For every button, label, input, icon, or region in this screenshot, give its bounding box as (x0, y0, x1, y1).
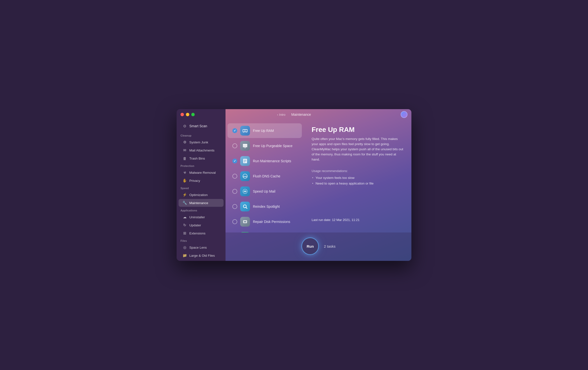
detail-bullet-1: Your system feels too slow (312, 175, 404, 181)
task-icon-scripts (240, 156, 250, 166)
smart-scan-icon: ⊙ (182, 124, 187, 128)
back-button[interactable]: ‹ Intro (277, 113, 285, 116)
maintenance-icon: 🔧 (182, 201, 187, 205)
run-button[interactable]: Run (301, 237, 319, 255)
sidebar-item-malware-removal[interactable]: ☣ Malware Removal (179, 169, 224, 176)
sidebar: ⊙ Smart Scan Cleanup ⚙ System Junk ✉ Mai… (177, 109, 226, 261)
task-label-dns: Flush DNS Cache (253, 174, 280, 178)
task-item-reindex-spotlight[interactable]: Reindex Spotlight (227, 199, 302, 214)
task-item-free-up-ram[interactable]: Free Up RAM (227, 123, 302, 138)
task-icon-spotlight (240, 202, 250, 211)
task-checkbox-scripts[interactable] (232, 159, 237, 163)
traffic-lights (181, 113, 195, 116)
uninstaller-label: Uninstaller (189, 215, 205, 219)
task-label-free-up-ram: Free Up RAM (253, 129, 274, 133)
task-item-maintenance-scripts[interactable]: Run Maintenance Scripts (227, 154, 302, 168)
space-lens-icon: ◎ (182, 245, 187, 250)
malware-removal-icon: ☣ (182, 170, 187, 175)
trash-bins-icon: 🗑 (182, 156, 187, 161)
minimize-button[interactable] (186, 113, 189, 116)
detail-description: Quite often your Mac's memory gets fully… (312, 137, 404, 162)
sidebar-item-shredder[interactable]: ⊟ Shredder (179, 260, 224, 261)
back-arrow: ‹ (277, 113, 278, 116)
svg-rect-5 (247, 132, 247, 133)
maintenance-label: Maintenance (189, 201, 208, 205)
task-icon-dns: DNS (240, 171, 250, 181)
sidebar-item-privacy[interactable]: ✋ Privacy (179, 177, 224, 185)
avatar[interactable] (401, 111, 407, 118)
sidebar-item-system-junk[interactable]: ⚙ System Junk (179, 138, 224, 146)
section-label-files: Files (177, 237, 226, 243)
system-junk-icon: ⚙ (182, 140, 187, 144)
sidebar-item-mail-attachments[interactable]: ✉ Mail Attachments (179, 146, 224, 154)
task-checkbox-spotlight[interactable] (232, 204, 237, 209)
task-checkbox-mail[interactable] (232, 189, 237, 194)
task-label-mail: Speed Up Mail (253, 189, 275, 193)
svg-rect-20 (244, 221, 246, 222)
titlebar-center: ‹ Intro Maintenance (277, 113, 311, 116)
run-tasks-label: 2 tasks (324, 244, 336, 248)
svg-rect-1 (243, 130, 244, 132)
svg-rect-3 (246, 130, 247, 132)
task-icon-purgeable (240, 141, 250, 151)
optimization-icon: ⚡ (182, 193, 187, 197)
malware-removal-label: Malware Removal (189, 171, 216, 174)
task-list: Free Up RAM Free Up Purgeable Space (226, 120, 304, 232)
trash-bins-label: Trash Bins (189, 157, 205, 160)
run-area: Run 2 tasks (226, 232, 411, 261)
sidebar-item-large-old-files[interactable]: 📁 Large & Old Files (179, 252, 224, 259)
detail-usage-title: Usage recommendations: (312, 169, 404, 173)
section-label-protection: Protection (177, 162, 226, 168)
last-run-label: Last run date: (312, 218, 331, 222)
task-item-flush-dns[interactable]: DNS Flush DNS Cache (227, 169, 302, 184)
task-item-speed-up-mail[interactable]: Speed Up Mail (227, 184, 302, 199)
maximize-button[interactable] (191, 113, 195, 116)
system-junk-label: System Junk (189, 140, 208, 144)
task-label-scripts: Run Maintenance Scripts (253, 159, 291, 163)
sidebar-item-space-lens[interactable]: ◎ Space Lens (179, 243, 224, 251)
privacy-icon: ✋ (182, 178, 187, 183)
task-label-spotlight: Reindex Spotlight (253, 205, 280, 208)
main-content: Free Up RAM Free Up Purgeable Space (226, 109, 411, 261)
extensions-icon: ⊞ (182, 231, 187, 235)
last-run-value: 12 Mar 2021, 11:21 (332, 218, 360, 222)
detail-last-run: Last run date: 12 Mar 2021, 11:21 (312, 218, 404, 222)
task-item-purgeable[interactable]: Free Up Purgeable Space (227, 139, 302, 153)
sidebar-item-updater[interactable]: ↻ Updater (179, 221, 224, 229)
task-checkbox-disk[interactable] (232, 219, 237, 224)
close-button[interactable] (181, 113, 184, 116)
section-label-cleanup: Cleanup (177, 132, 226, 138)
mail-attachments-label: Mail Attachments (189, 149, 215, 152)
sidebar-item-optimization[interactable]: ⚡ Optimization (179, 191, 224, 199)
task-checkbox-dns[interactable] (232, 174, 237, 179)
svg-text:DNS: DNS (243, 176, 247, 177)
sidebar-item-smart-scan[interactable]: ⊙ Smart Scan (179, 122, 224, 130)
sidebar-item-maintenance[interactable]: 🔧 Maintenance (179, 199, 224, 207)
svg-rect-7 (243, 144, 247, 145)
task-icon-mail (240, 186, 250, 196)
detail-bullet-2: Need to open a heavy application or file (312, 181, 404, 186)
task-label-purgeable: Free Up Purgeable Space (253, 144, 293, 148)
svg-line-18 (246, 208, 247, 209)
extensions-label: Extensions (189, 231, 205, 235)
back-label: Intro (279, 113, 285, 116)
sidebar-item-extensions[interactable]: ⊞ Extensions (179, 229, 224, 237)
task-item-disk-permissions[interactable]: Repair Disk Permissions (227, 214, 302, 229)
large-old-files-label: Large & Old Files (189, 254, 215, 257)
svg-point-16 (245, 191, 246, 192)
section-label-applications: Applications (177, 207, 226, 213)
task-item-time-machine[interactable]: Time Machine Snapshot Thinning (227, 230, 302, 232)
section-label-speed: Speed (177, 185, 226, 191)
svg-rect-4 (243, 132, 244, 133)
task-label-disk: Repair Disk Permissions (253, 220, 290, 224)
large-old-files-icon: 📁 (182, 253, 187, 258)
sidebar-item-uninstaller[interactable]: ☁ Uninstaller (179, 213, 224, 221)
task-checkbox-purgeable[interactable] (232, 143, 237, 148)
optimization-label: Optimization (189, 193, 208, 197)
detail-title: Free Up RAM (312, 126, 404, 134)
task-checkbox-free-up-ram[interactable] (232, 128, 237, 133)
detail-panel: Free Up RAM Quite often your Mac's memor… (304, 120, 411, 232)
uninstaller-icon: ☁ (182, 215, 187, 219)
privacy-label: Privacy (189, 179, 200, 183)
sidebar-item-trash-bins[interactable]: 🗑 Trash Bins (179, 154, 224, 162)
